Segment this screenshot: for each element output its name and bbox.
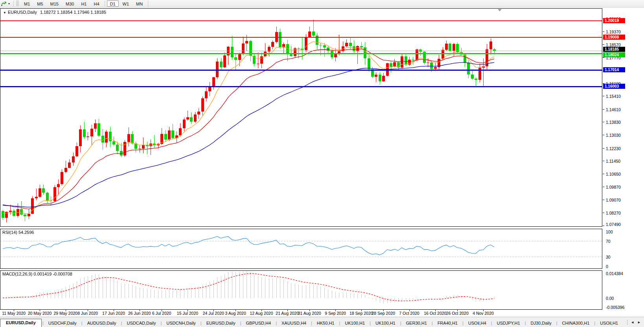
symbol-tab-hk50-h1[interactable]: HK50,H1 xyxy=(312,320,339,327)
timeframe-button-h1[interactable]: H1 xyxy=(78,0,90,7)
price-axis-tick xyxy=(603,109,604,110)
symbol-tab-gbpusd-h4[interactable]: GBPUSD,H4 xyxy=(241,320,276,327)
chevron-down-icon[interactable]: ▾ xyxy=(8,2,12,6)
price-axis-tick xyxy=(603,31,604,32)
symbol-tab-xauusd-h4[interactable]: XAUUSD,H4 xyxy=(277,320,311,327)
symbol-tab-usoil-h1[interactable]: USOil,H1 xyxy=(595,320,623,327)
price-chart-canvas[interactable] xyxy=(0,9,602,226)
mt4-chart-window: ▾ M1M5M15M30H1H4D1W1MN ▼EURUSD,Daily1.18… xyxy=(0,0,644,327)
tab-scroll-arrows: ◄► xyxy=(624,317,644,327)
price-axis-label: 1.08270 xyxy=(606,211,621,215)
symbol-tab-fra40-h1[interactable]: FRA40,H1 xyxy=(433,320,462,327)
price-axis-tick xyxy=(603,135,604,135)
price-axis-tick xyxy=(603,44,604,45)
price-axis-label: 1.10650 xyxy=(606,172,621,176)
macd-pane xyxy=(0,270,602,310)
price-axis-label: 1.12230 xyxy=(606,146,621,151)
price-axis-label: 1.11450 xyxy=(606,159,620,164)
rsi-axis-label: 100 xyxy=(606,230,613,234)
symbol-tab-eurusd-daily[interactable]: EURUSD,Daily xyxy=(202,320,240,327)
symbol-tab-uk100-h1[interactable]: UK100,H1 xyxy=(340,320,370,327)
symbol-tab-usdjpy-h1[interactable]: USDJPY,H1 xyxy=(492,320,525,327)
tab-scroll-right-icon[interactable]: ► xyxy=(637,320,641,324)
symbol-tab-audusd-daily[interactable]: AUDUSD,Daily xyxy=(83,320,121,327)
price-axis-tick xyxy=(603,226,604,226)
tab-separator xyxy=(627,320,627,325)
timeframe-toolbar: ▾ M1M5M15M30H1H4D1W1MN xyxy=(0,0,644,7)
symbol-tab-usdcnh-daily[interactable]: USDCNH,Daily xyxy=(162,320,201,327)
symbol-tab-eurusd-daily[interactable]: EURUSD,Daily xyxy=(0,319,42,327)
symbol-tab-usdcad-daily[interactable]: USDCAD,Daily xyxy=(122,320,160,327)
price-axis-tick xyxy=(603,213,604,213)
price-tag-118024[interactable]: 1.18024 xyxy=(603,52,625,57)
chart-shift-marker[interactable] xyxy=(498,9,502,11)
price-axis-tick xyxy=(603,187,604,187)
price-axis-label: 1.07490 xyxy=(606,222,621,227)
macd-axis-label: 0.00 xyxy=(606,296,614,301)
price-axis-label: 1.13030 xyxy=(606,133,621,138)
rsi-axis-label: 0 xyxy=(606,264,608,269)
price-axis-tick xyxy=(603,57,604,58)
rsi-axis-label: 30 xyxy=(606,255,611,259)
timeframe-button-m1[interactable]: M1 xyxy=(21,0,33,7)
tab-scroll-left-icon[interactable]: ◄ xyxy=(631,320,634,324)
toolbar-separator xyxy=(148,1,148,7)
price-axis[interactable]: 1.201501.193701.185701.177701.169901.161… xyxy=(602,7,644,310)
rsi-axis-label: 70 xyxy=(606,239,611,244)
symbol-tab-china300-h1[interactable]: CHINA300,H1 xyxy=(558,320,594,327)
chart-tool-icon[interactable] xyxy=(0,0,8,7)
price-tag-120019[interactable]: 1.20019 xyxy=(603,18,625,23)
price-axis-tick xyxy=(603,96,604,96)
symbol-tab-usoil-h4[interactable]: USOil,H4 xyxy=(464,320,491,327)
symbol-tab-dj30-daily[interactable]: DJ30,Daily xyxy=(526,320,556,327)
date-axis-label: 4 Nov 2020 xyxy=(467,311,499,316)
chart-symbol-label: EURUSD,Daily xyxy=(8,10,37,15)
macd-axis-label: 0.014384 xyxy=(606,271,623,276)
macd-axis-label: -0.005396 xyxy=(606,305,624,310)
timeframe-buttons: M1M5M15M30H1H4D1W1MN xyxy=(20,0,150,7)
toolbar-grip-handle[interactable] xyxy=(16,1,19,6)
macd-chart-canvas[interactable] xyxy=(0,271,602,309)
price-axis-label: 1.19370 xyxy=(606,29,621,34)
price-axis-label: 1.15410 xyxy=(606,94,621,99)
timeframe-button-h4[interactable]: H4 xyxy=(90,0,102,7)
timeframe-button-m30[interactable]: M30 xyxy=(63,0,77,7)
rsi-indicator-label: RSI(14) 54.2596 xyxy=(2,230,34,235)
macd-indicator-label: MACD(12,26,9) 0.001419 -0.000708 xyxy=(2,272,72,276)
price-axis-tick xyxy=(603,122,604,122)
timeframe-button-d1[interactable]: D1 xyxy=(107,0,119,7)
chart-tab-bar: EURUSD,Daily|USDCHF,Daily|AUDUSD,Daily|U… xyxy=(0,317,644,327)
price-tag-119008[interactable]: 1.19008 xyxy=(603,35,625,40)
timeframe-button-m15[interactable]: M15 xyxy=(47,0,62,7)
price-pane xyxy=(0,8,602,227)
symbol-tab-ger30-h1[interactable]: GER30,H1 xyxy=(401,320,432,327)
price-tag-117014[interactable]: 1.17014 xyxy=(603,67,625,72)
symbol-tab-usdchf-daily[interactable]: USDCHF,Daily xyxy=(44,320,81,327)
price-tag-116003[interactable]: 1.16003 xyxy=(603,84,625,89)
chart-title: ▼EURUSD,Daily1.18272 1.18354 1.17946 1.1… xyxy=(3,10,106,15)
price-axis-tick xyxy=(603,200,604,200)
collapse-chart-icon[interactable]: ▼ xyxy=(3,11,6,15)
symbol-tab-uk100-h1[interactable]: UK100,H1 xyxy=(371,320,400,327)
timeframe-button-w1[interactable]: W1 xyxy=(120,0,132,7)
timeframe-button-mn[interactable]: MN xyxy=(133,0,146,7)
toolbar-separator xyxy=(13,1,14,7)
price-axis-label: 1.13830 xyxy=(606,120,621,125)
price-axis-tick xyxy=(603,174,604,174)
price-axis-label: 1.14610 xyxy=(606,107,621,112)
price-axis-tick xyxy=(603,148,604,149)
price-axis-tick xyxy=(603,161,604,161)
toolbar-separator xyxy=(105,1,105,7)
chart-ohlc-values: 1.18272 1.18354 1.17946 1.18185 xyxy=(40,10,106,15)
price-tag-118185[interactable]: 1.18185 xyxy=(603,47,625,52)
date-axis[interactable]: 11 May 202020 May 202029 May 20208 Jun 2… xyxy=(0,310,602,317)
rsi-pane xyxy=(0,229,602,269)
rsi-chart-canvas[interactable] xyxy=(0,229,602,268)
timeframe-button-m5[interactable]: M5 xyxy=(34,0,46,7)
price-axis-label: 1.09070 xyxy=(606,198,621,202)
price-axis-label: 1.09870 xyxy=(606,185,621,189)
